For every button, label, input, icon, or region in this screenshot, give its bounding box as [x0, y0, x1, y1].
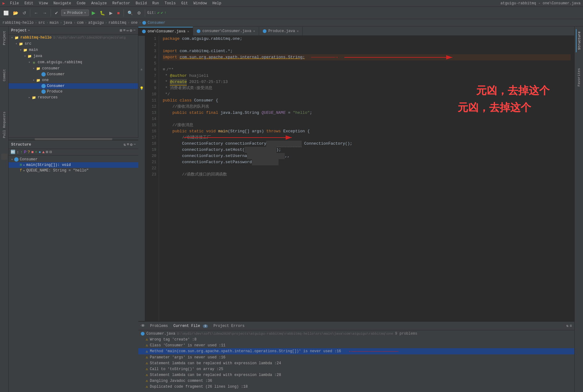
toolbar-search-btn[interactable]: 🔍: [126, 10, 134, 16]
toolbar-settings-btn[interactable]: ⚙: [136, 10, 143, 16]
toolbar-run-config[interactable]: ▶ Produce ▾: [61, 10, 89, 16]
toolbar-stop-btn[interactable]: ■: [115, 10, 121, 16]
right-sidebar-favorites[interactable]: Favorites: [576, 66, 582, 89]
struct-collapse-all[interactable]: ⊟: [49, 150, 52, 155]
toolbar-debug-btn[interactable]: 🐛: [98, 10, 107, 16]
tree-item-main[interactable]: ▾ 📁 main: [9, 47, 138, 53]
tree-item-src[interactable]: ▾ 📁 src: [9, 41, 138, 47]
problems-tab-project[interactable]: Project Errors: [211, 323, 247, 329]
struct-action-3[interactable]: ⚙: [130, 142, 132, 147]
project-action-scope[interactable]: ⊞: [120, 28, 122, 33]
tab1-close[interactable]: ✕: [187, 30, 189, 33]
sidebar-pullreq-label[interactable]: Pull Requests: [1, 109, 7, 141]
tree-item-produce[interactable]: Produce: [9, 89, 138, 94]
bc-com[interactable]: com: [77, 21, 84, 25]
menu-help[interactable]: Help: [210, 1, 224, 6]
menu-git[interactable]: Git: [179, 1, 191, 6]
tab3-close[interactable]: ✕: [297, 29, 299, 33]
project-action-settings[interactable]: ⚙: [130, 28, 132, 33]
tree-item-one-consumer[interactable]: Consumer: [9, 83, 138, 89]
prob-item-0[interactable]: ⚠ Wrong tag 'create' :8: [138, 336, 574, 342]
toolbar-forward-btn[interactable]: →: [41, 10, 48, 16]
tree-item-one-folder[interactable]: ▾ 📁 one: [9, 77, 138, 83]
menu-file[interactable]: File: [7, 1, 21, 6]
toolbar-sync-btn[interactable]: ↺: [21, 10, 28, 16]
toolbar-open-btn[interactable]: 📂: [11, 10, 20, 16]
bc-one[interactable]: one: [131, 21, 138, 25]
menu-navigate[interactable]: Navigate: [51, 1, 74, 6]
menu-view[interactable]: View: [36, 1, 50, 6]
bc-atguigu[interactable]: atguigu: [88, 21, 104, 25]
struct-show-public[interactable]: +: [35, 150, 37, 155]
tab-produce[interactable]: Produce.java ✕: [259, 27, 303, 35]
toolbar-run-btn[interactable]: ▶: [90, 9, 97, 17]
bc-consumer[interactable]: Consumer: [148, 21, 166, 25]
sidebar-project-label[interactable]: Project: [1, 28, 7, 47]
bc-main[interactable]: main: [50, 21, 59, 25]
tab-consumer-consumer[interactable]: consumer\Consumer.java ✕: [193, 27, 259, 35]
tab2-close[interactable]: ✕: [253, 29, 255, 33]
code-content[interactable]: package com.atguigu.rabbitmq.one; import…: [159, 36, 574, 321]
bc-java[interactable]: java: [63, 21, 72, 25]
menu-tools[interactable]: Tools: [162, 1, 178, 6]
tree-item-java[interactable]: ▾ 📁 java: [9, 53, 138, 59]
right-sidebar-structure[interactable]: Structure: [576, 29, 582, 52]
prob-item-1[interactable]: ⚠ Class 'Consumer' is never used :11: [138, 342, 574, 348]
tree-item-root[interactable]: ▾ 📁 rabbitmq-hello D:\mydir\dev\soft\ide…: [9, 35, 138, 41]
struct-sort-alpha[interactable]: 🔤: [10, 150, 15, 155]
struct-show-anon[interactable]: ●: [39, 150, 41, 155]
fold-icon-6[interactable]: ≡: [163, 67, 165, 73]
struct-main-method[interactable]: m ▸ main(String[]): void: [9, 162, 138, 168]
prob-item-8[interactable]: ⚠ Duplicated code fragment (26 lines lon…: [138, 384, 574, 390]
problems-tab-all[interactable]: Problems: [148, 323, 170, 329]
struct-show-methods[interactable]: ?: [27, 150, 30, 155]
menu-run[interactable]: Run: [150, 1, 161, 6]
project-scrollbar[interactable]: [9, 138, 138, 140]
struct-show-inner[interactable]: ▲: [42, 150, 45, 155]
menu-refactor[interactable]: Refactor: [110, 1, 133, 6]
tree-item-resources[interactable]: ▸ 📁 resources: [9, 94, 138, 101]
sidebar-extra-btn[interactable]: [1, 154, 7, 160]
toolbar-back-btn[interactable]: ←: [32, 10, 40, 16]
project-action-minimize[interactable]: −: [133, 28, 136, 33]
code-editor[interactable]: ≡ 💡: [138, 36, 574, 321]
prob-item-7[interactable]: ⚠ Dangling Javadoc comment :36: [138, 378, 574, 384]
sidebar-commit-label[interactable]: Commit: [1, 67, 7, 84]
project-action-sort[interactable]: ≡: [123, 28, 126, 33]
struct-action-2[interactable]: ≡: [127, 142, 129, 147]
menu-window[interactable]: Window: [191, 1, 209, 6]
menu-build[interactable]: Build: [133, 1, 149, 6]
struct-expand-all[interactable]: ⊞: [46, 150, 48, 155]
prob-item-5[interactable]: ⚠ Call to 'toString()' on array :25: [138, 366, 574, 372]
prob-group-btn[interactable]: ≡: [570, 324, 572, 328]
toolbar-coverage-btn[interactable]: ▶: [108, 10, 114, 16]
struct-action-1[interactable]: ⇅: [124, 142, 126, 147]
toolbar-new-btn[interactable]: ⬜: [2, 10, 10, 16]
bc-src[interactable]: src: [38, 21, 45, 25]
tree-item-package[interactable]: ▾ ▣ com.atguigu.rabbitmq: [9, 59, 138, 65]
project-action-expand[interactable]: ⇔: [127, 28, 129, 33]
bc-project[interactable]: rabbitmq-hello: [2, 21, 34, 25]
struct-show-inherited[interactable]: ↑: [20, 150, 23, 155]
menu-code[interactable]: Code: [74, 1, 88, 6]
tab-one-consumer[interactable]: one\Consumer.java ✕: [138, 27, 193, 35]
prob-item-6[interactable]: ⚠ Statement lambda can be replaced with …: [138, 372, 574, 378]
problems-tab-current[interactable]: Current File 9: [171, 323, 211, 329]
menu-edit[interactable]: Edit: [22, 1, 36, 6]
struct-show-fields[interactable]: P: [24, 150, 27, 155]
struct-show-props[interactable]: ■: [31, 150, 34, 155]
prob-item-3[interactable]: ⚠ Parameter 'args' is never used :16: [138, 354, 574, 360]
prob-item-2[interactable]: ⚠ Method 'main(com.sun.org.apache.xpath.…: [138, 348, 574, 354]
problems-eye-icon[interactable]: 👁: [141, 324, 145, 328]
toolbar-run-config-arrow[interactable]: ✔: [53, 10, 60, 16]
prob-sort-btn[interactable]: ⇅: [566, 324, 568, 328]
tree-item-consumer-java[interactable]: Consumer: [9, 72, 138, 77]
struct-queue-field[interactable]: f ▸ QUEUE_NAME: String = "hello": [9, 168, 138, 173]
struct-sort-type[interactable]: ↕: [17, 150, 19, 155]
struct-action-min[interactable]: −: [133, 142, 136, 147]
menu-analyze[interactable]: Analyze: [89, 1, 109, 6]
bc-rabbitmq[interactable]: rabbitmq: [108, 21, 126, 25]
struct-consumer-class[interactable]: ▾ Consumer: [9, 157, 138, 162]
project-dropdown-arrow[interactable]: ▾: [28, 28, 30, 32]
prob-item-4[interactable]: ⚠ Statement lambda can be replaced with …: [138, 360, 574, 366]
